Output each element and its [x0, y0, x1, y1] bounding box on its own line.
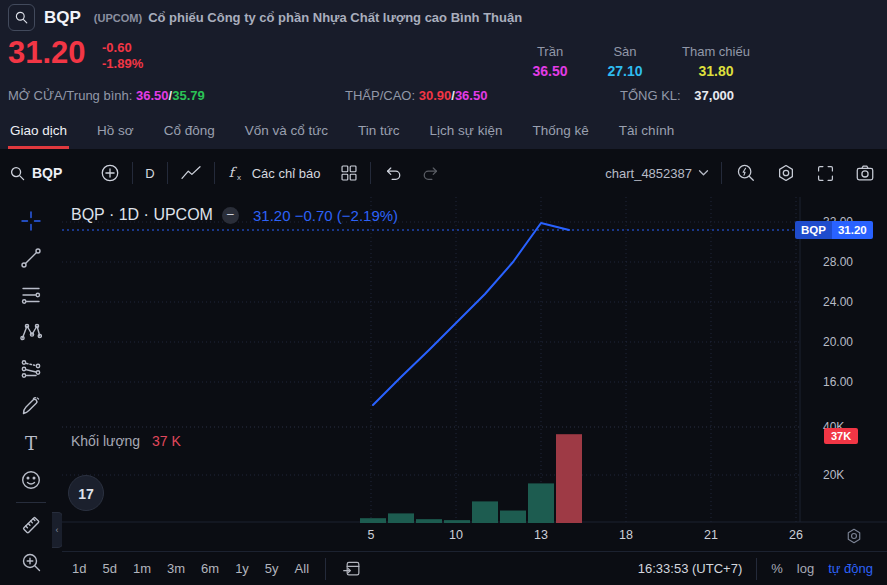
legend-values: 31.20 −0.70 (−2.19%) — [253, 207, 398, 224]
clock[interactable]: 16:33:53 (UTC+7) — [638, 561, 742, 576]
range-1y[interactable]: 1y — [235, 561, 249, 576]
range-6m[interactable]: 6m — [201, 561, 219, 576]
ceiling-label: Trần — [515, 44, 585, 59]
company-name: Cổ phiếu Công ty cổ phần Nhựa Chất lượng… — [148, 10, 522, 25]
redo-button[interactable] — [421, 164, 441, 182]
hide-series-button[interactable]: – — [222, 207, 239, 224]
auto-scale-button[interactable]: tự động — [828, 561, 873, 576]
quote-panel: 31.20 -0.60 -1.89% Trần 36.50 Sàn 27.10 … — [0, 35, 887, 112]
indicators-label: Các chỉ báo — [252, 166, 321, 181]
timebar-divider — [325, 558, 326, 580]
settings-hexagon-icon[interactable] — [776, 163, 796, 183]
fib-retracement-icon[interactable] — [20, 284, 42, 306]
tab-ho-so[interactable]: Hồ sơ — [97, 112, 134, 149]
reference-label: Tham chiếu — [663, 44, 769, 59]
volume-bar — [388, 513, 414, 523]
badge-symbol: BQP — [795, 221, 832, 239]
tradingview-logo[interactable]: 17 — [67, 474, 105, 512]
low-high-stat: THẤP/CAO: 30.90/36.50 — [345, 88, 487, 103]
tab-lich-su-kien[interactable]: Lịch sự kiện — [430, 112, 503, 149]
camera-icon[interactable] — [855, 163, 875, 183]
reference-column: Tham chiếu 31.80 — [663, 44, 769, 79]
open-value: 36.50 — [136, 88, 169, 103]
quick-search-icon[interactable] — [736, 163, 756, 183]
price-change: -0.60 -1.89% — [102, 40, 143, 72]
drawing-toolbar: T ‹ — [0, 197, 63, 585]
ceiling-value: 36.50 — [515, 63, 585, 79]
tab-thong-ke[interactable]: Thống kê — [532, 112, 588, 149]
fullscreen-icon[interactable] — [816, 164, 835, 183]
zoom-in-icon[interactable] — [20, 551, 42, 573]
time-axis-label: 5 — [368, 528, 375, 542]
volume-bar — [556, 434, 582, 523]
average-value: 35.79 — [172, 88, 205, 103]
timebar-right: 16:33:53 (UTC+7) % log tự động — [638, 558, 873, 580]
tab-tin-tuc[interactable]: Tin tức — [358, 112, 400, 149]
badge-price: 31.20 — [832, 221, 873, 239]
symbol-search-button[interactable] — [8, 4, 35, 31]
range-5d[interactable]: 5d — [102, 561, 116, 576]
range-3m[interactable]: 3m — [167, 561, 185, 576]
chart-name-menu[interactable]: chart_4852387 — [605, 166, 709, 181]
range-5y[interactable]: 5y — [265, 561, 279, 576]
range-1d[interactable]: 1d — [72, 561, 86, 576]
axis-settings-icon[interactable] — [845, 527, 863, 545]
xabcd-pattern-icon[interactable] — [20, 321, 42, 343]
tab-von-va-co-tuc[interactable]: Vốn và cổ tức — [245, 112, 328, 149]
search-icon — [10, 166, 25, 181]
chart-legend: BQP · 1D · UPCOM – 31.20 −0.70 (−2.19%) — [71, 206, 398, 224]
volume-label[interactable]: Khối lượng — [71, 433, 140, 449]
tab-tai-chinh[interactable]: Tài chính — [619, 112, 675, 149]
timebar-divider — [756, 558, 757, 580]
price-volume-chart[interactable]: 16.0020.0024.0028.0032.0020K40K510131821… — [62, 197, 887, 551]
change-percent: -1.89% — [102, 56, 143, 72]
percent-scale-button[interactable]: % — [771, 561, 783, 576]
tab-giao-dich[interactable]: Giao dịch — [10, 112, 67, 149]
chevron-down-icon — [698, 169, 709, 177]
chart-toolbar: BQP D fx Các chỉ báo chart_4852387 — [0, 149, 887, 198]
brush-icon[interactable] — [20, 395, 42, 417]
price-axis-label: 24.00 — [823, 295, 853, 309]
ruler-icon[interactable] — [20, 514, 42, 536]
indicators-button[interactable]: fx Các chỉ báo — [227, 163, 321, 183]
redo-icon — [421, 164, 441, 182]
chart-symbol-button[interactable]: BQP — [10, 165, 62, 181]
chart-name-label: chart_4852387 — [605, 166, 692, 181]
chart-type-button[interactable] — [180, 164, 202, 182]
text-tool-icon[interactable]: T — [20, 432, 42, 454]
toolbar-divider — [132, 162, 133, 184]
range-buttons: 1d5d1m3m6m1y5yAll — [72, 561, 309, 576]
chart-area[interactable]: 16.0020.0024.0028.0032.0020K40K510131821… — [62, 197, 887, 551]
volume-bar — [472, 501, 498, 523]
layout-button[interactable] — [340, 164, 358, 182]
high-value: 36.50 — [455, 88, 488, 103]
volume-legend: Khối lượng 37 K — [71, 433, 181, 449]
compare-add-button[interactable] — [100, 163, 120, 183]
undo-button[interactable] — [383, 164, 403, 182]
range-1m[interactable]: 1m — [133, 561, 151, 576]
svg-text:x: x — [237, 173, 241, 182]
tab-co-dong[interactable]: Cổ đông — [164, 112, 215, 149]
toolbar-divider — [370, 162, 371, 184]
toolbar-divider — [721, 162, 722, 184]
toolbar-divider — [214, 162, 215, 184]
range-all[interactable]: All — [295, 561, 309, 576]
interval-button[interactable]: D — [145, 166, 154, 181]
go-to-date-icon[interactable] — [342, 559, 361, 578]
crosshair-icon[interactable] — [20, 210, 42, 232]
log-scale-button[interactable]: log — [797, 561, 814, 576]
interval-label: D — [145, 166, 154, 181]
trend-line-icon[interactable] — [20, 247, 42, 269]
layout-grid-icon — [340, 164, 358, 182]
volume-bar — [500, 511, 526, 523]
emoji-icon[interactable] — [20, 469, 42, 491]
legend-title[interactable]: BQP · 1D · UPCOM — [71, 206, 213, 224]
total-volume-stat: TỔNG KL: 37,000 — [620, 88, 734, 103]
open-average-label: MỞ CỬA/Trung bình: — [8, 88, 132, 103]
floor-column: Sàn 27.10 — [592, 44, 658, 79]
floor-label: Sàn — [592, 44, 658, 59]
chart-symbol-label: BQP — [32, 165, 62, 181]
forecast-icon[interactable] — [20, 358, 42, 380]
symbol-name: BQP — [44, 8, 81, 28]
time-range-bar: 1d5d1m3m6m1y5yAll 16:33:53 (UTC+7) % log… — [62, 551, 887, 585]
